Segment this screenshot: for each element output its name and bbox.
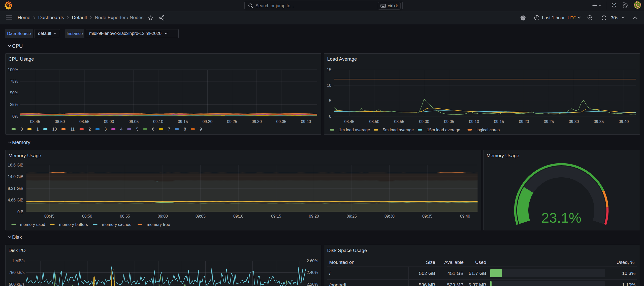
svg-text:09:05: 09:05 (444, 119, 454, 124)
svg-text:09:00: 09:00 (157, 214, 168, 218)
svg-text:10.3%: 10.3% (622, 271, 635, 276)
svg-text:15: 15 (327, 68, 331, 72)
svg-text:18.6 GiB: 18.6 GiB (8, 163, 23, 167)
svg-text:09:20: 09:20 (202, 119, 212, 124)
svg-text:09:00: 09:00 (419, 119, 429, 124)
svg-text:7: 7 (168, 127, 170, 131)
svg-text:750 kB/s: 750 kB/s (9, 270, 24, 275)
svg-text:11: 11 (70, 127, 75, 131)
svg-text:memory free: memory free (147, 222, 170, 227)
svg-text:09:30: 09:30 (384, 214, 394, 218)
svg-text:6.37 MB: 6.37 MB (468, 282, 486, 286)
svg-text:09:35: 09:35 (594, 119, 604, 124)
svg-text:09:05: 09:05 (128, 119, 139, 124)
svg-text:25%: 25% (10, 102, 18, 107)
svg-text:09:15: 09:15 (494, 119, 504, 124)
svg-text:14.0 GiB: 14.0 GiB (8, 175, 23, 179)
svg-text:4: 4 (120, 127, 122, 131)
svg-text:09:10: 09:10 (233, 214, 243, 218)
svg-text:09:40: 09:40 (619, 119, 629, 124)
svg-text:451 GB: 451 GB (447, 271, 463, 276)
svg-text:529 MB: 529 MB (447, 282, 463, 286)
svg-text:/boot/efi: /boot/efi (329, 282, 346, 286)
svg-text:Size: Size (426, 260, 435, 265)
svg-text:10: 10 (327, 83, 331, 88)
svg-text:1 MB/s: 1 MB/s (12, 259, 24, 263)
svg-text:08:50: 08:50 (82, 214, 92, 218)
svg-text:9: 9 (200, 127, 202, 131)
svg-text:logical cores: logical cores (476, 128, 500, 132)
svg-text:0: 0 (20, 127, 23, 131)
svg-text:09:25: 09:25 (346, 214, 357, 218)
svg-text:8: 8 (184, 127, 186, 131)
svg-text:09:40: 09:40 (301, 119, 311, 124)
svg-text:09:15: 09:15 (178, 119, 188, 124)
svg-text:08:45: 08:45 (344, 119, 354, 124)
svg-text:500 kB/s: 500 kB/s (9, 282, 24, 286)
svg-text:Mounted on: Mounted on (329, 260, 354, 265)
svg-text:09:20: 09:20 (519, 119, 529, 124)
svg-text:09:35: 09:35 (422, 214, 432, 218)
svg-text:5m load average: 5m load average (383, 128, 414, 132)
svg-text:15m load average: 15m load average (427, 128, 460, 132)
svg-text:08:55: 08:55 (394, 119, 404, 124)
svg-text:Used: Used (475, 260, 486, 265)
svg-text:502 GB: 502 GB (419, 271, 435, 276)
svg-text:09:30: 09:30 (569, 119, 579, 124)
svg-text:09:20: 09:20 (309, 214, 319, 218)
svg-text:5: 5 (136, 127, 138, 131)
svg-text:536 MB: 536 MB (419, 282, 435, 286)
svg-text:09:40: 09:40 (460, 214, 470, 218)
svg-text:2.40%: 2.40% (307, 270, 318, 275)
svg-text:1: 1 (36, 127, 39, 131)
svg-text:memory buffers: memory buffers (59, 222, 88, 227)
svg-text:08:55: 08:55 (79, 119, 89, 124)
svg-text:09:10: 09:10 (153, 119, 163, 124)
svg-text:50%: 50% (10, 91, 18, 95)
svg-text:6: 6 (152, 127, 154, 131)
svg-text:10: 10 (52, 127, 57, 131)
svg-text:09:35: 09:35 (276, 119, 286, 124)
svg-text:1m load average: 1m load average (339, 128, 370, 132)
svg-text:2: 2 (88, 127, 91, 131)
svg-text:75%: 75% (10, 79, 18, 84)
svg-text:09:15: 09:15 (271, 214, 281, 218)
svg-text:Used, %: Used, % (616, 260, 634, 265)
svg-text:09:00: 09:00 (104, 119, 114, 124)
svg-text:memory cached: memory cached (102, 222, 131, 227)
svg-text:23.1%: 23.1% (541, 210, 582, 226)
svg-text:100%: 100% (8, 68, 18, 72)
svg-text:08:50: 08:50 (369, 119, 379, 124)
svg-text:0 B: 0 B (17, 210, 23, 214)
svg-text:09:10: 09:10 (469, 119, 479, 124)
svg-text:9.31 GiB: 9.31 GiB (8, 186, 23, 191)
svg-text:08:50: 08:50 (55, 119, 65, 124)
svg-text:09:05: 09:05 (195, 214, 205, 218)
svg-text:08:55: 08:55 (120, 214, 130, 218)
svg-text:?: ? (613, 3, 615, 7)
svg-text:5: 5 (329, 99, 331, 103)
svg-text:2.60%: 2.60% (307, 259, 318, 263)
svg-text:08:45: 08:45 (44, 214, 54, 218)
svg-text:08:45: 08:45 (30, 119, 40, 124)
svg-text:2.20%: 2.20% (307, 282, 318, 286)
svg-text:3: 3 (104, 127, 107, 131)
svg-text:4.66 GiB: 4.66 GiB (8, 198, 23, 202)
svg-text:51.7 GB: 51.7 GB (469, 271, 486, 276)
svg-text:/: / (329, 271, 331, 276)
svg-text:Available: Available (444, 260, 464, 265)
svg-text:09:30: 09:30 (251, 119, 262, 124)
svg-text:1.19%: 1.19% (622, 282, 635, 286)
svg-text:memory used: memory used (20, 222, 45, 227)
svg-text:09:25: 09:25 (544, 119, 554, 124)
svg-text:0: 0 (329, 114, 331, 118)
svg-text:09:25: 09:25 (227, 119, 237, 124)
svg-text:0%: 0% (12, 114, 18, 118)
